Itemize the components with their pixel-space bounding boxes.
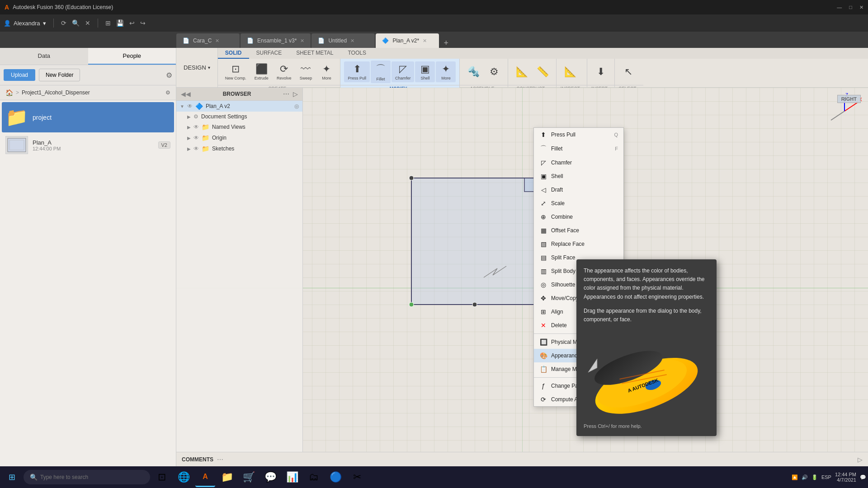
browser-eye-icon-origin[interactable]: 👁 xyxy=(193,135,199,141)
taskbar-app-8[interactable]: 🗂 xyxy=(304,467,324,487)
tool-select-1[interactable]: ↖ xyxy=(618,64,638,80)
tab-sheet-metal[interactable]: SHEET METAL xyxy=(289,48,340,59)
upload-button[interactable]: Upload xyxy=(4,69,35,81)
save-icon[interactable]: 💾 xyxy=(116,19,124,27)
tool-modify-more[interactable]: ✦ More xyxy=(436,61,456,82)
design-dropdown-button[interactable]: DESIGN ▾ xyxy=(176,48,218,87)
tool-construct-1[interactable]: 📐 xyxy=(512,64,532,80)
menu-item-fillet[interactable]: ⌒ Fillet F xyxy=(534,141,623,156)
browser-eye-icon-plan-a[interactable]: 👁 xyxy=(187,103,193,109)
tray-network-icon[interactable]: 🔼 xyxy=(792,474,798,480)
tool-sweep[interactable]: 〰 Sweep xyxy=(296,61,316,82)
menu-item-shell[interactable]: ▣ Shell xyxy=(534,169,623,183)
redo-icon[interactable]: ↪ xyxy=(140,19,146,27)
browser-eye-icon-sketches[interactable]: 👁 xyxy=(193,145,199,152)
start-button[interactable]: ⊞ xyxy=(2,467,22,487)
browser-item-origin[interactable]: ▶ 👁 📁 Origin xyxy=(176,132,302,143)
tool-inspect-1[interactable]: 📐 xyxy=(560,64,580,80)
tool-insert-1[interactable]: ⬇ xyxy=(591,64,611,80)
grid-icon[interactable]: ⊞ xyxy=(105,19,111,27)
taskbar-task-view[interactable]: ⊡ xyxy=(152,467,172,487)
new-folder-button[interactable]: New Folder xyxy=(39,69,80,81)
refresh-icon[interactable]: ⟳ xyxy=(61,19,66,27)
search-bar[interactable]: 🔍 xyxy=(24,470,150,484)
browser-target-icon[interactable]: ◎ xyxy=(294,103,299,109)
taskbar-app-5[interactable]: 🛒 xyxy=(239,467,259,487)
panel-tab-people[interactable]: People xyxy=(88,48,176,65)
version-badge[interactable]: V2 xyxy=(158,141,170,149)
tool-fillet[interactable]: ⌒ Fillet xyxy=(371,61,391,83)
tab-untitled[interactable]: 📄 Untitled ✕ xyxy=(311,33,375,48)
breadcrumb-settings-icon[interactable]: ⚙ xyxy=(165,89,170,96)
tool-press-pull[interactable]: ⬆ Press Pull xyxy=(344,61,370,82)
undo-icon[interactable]: ↩ xyxy=(129,19,135,27)
tab-cara-c[interactable]: 📄 Cara_C ✕ xyxy=(176,33,240,48)
notifications-icon[interactable]: 💬 xyxy=(860,474,866,480)
browser-item-doc-settings[interactable]: ▶ ⚙ Document Settings xyxy=(176,112,302,122)
tab-solid[interactable]: SOLID xyxy=(218,48,249,59)
taskbar-explorer[interactable]: 📁 xyxy=(217,467,237,487)
viewport[interactable]: ◀◀ BROWSER ⋯ ▷ ▼ 👁 🔷 Plan_A v2 ◎ ▶ xyxy=(176,88,868,488)
browser-item-plan-a[interactable]: ▼ 👁 🔷 Plan_A v2 ◎ xyxy=(176,101,302,112)
taskbar-teams[interactable]: 💬 xyxy=(260,467,280,487)
tab-plan-a[interactable]: 🔷 Plan_A v2* ✕ xyxy=(376,33,439,48)
user-dropdown-icon[interactable]: ▾ xyxy=(43,20,46,27)
project-item[interactable]: 📁 project xyxy=(2,102,174,132)
tab-close-plan-a[interactable]: ✕ xyxy=(423,38,427,44)
comments-expand-icon[interactable]: ⋯ xyxy=(217,456,223,463)
new-tab-button[interactable]: + xyxy=(440,38,452,48)
taskbar-chrome[interactable]: 🌐 xyxy=(174,467,193,487)
clock[interactable]: 12:44 PM 4/7/2021 xyxy=(835,472,856,483)
browser-eye-icon-named-views[interactable]: 👁 xyxy=(193,124,199,130)
tool-extrude[interactable]: ⬛ Extrude xyxy=(251,61,272,82)
tab-surface[interactable]: SURFACE xyxy=(249,48,289,59)
tool-shell[interactable]: ▣ Shell xyxy=(415,61,435,82)
menu-item-draft[interactable]: ◁ Draft xyxy=(534,183,623,197)
user-section[interactable]: 👤 Alexandra ▾ xyxy=(4,20,46,27)
tab-tools[interactable]: TOOLS xyxy=(340,48,373,59)
panel-settings-icon[interactable]: ⚙ xyxy=(166,71,172,80)
window-controls[interactable]: — □ ✕ xyxy=(837,5,863,10)
close-icon[interactable]: ✕ xyxy=(85,19,90,27)
tab-icon-plan-a: 🔷 xyxy=(382,38,389,44)
tool-create-more[interactable]: ✦ More xyxy=(316,61,336,82)
file-item-plan-a[interactable]: Plan_A 12:44:00 PM V2 xyxy=(2,132,174,158)
home-icon[interactable]: 🏠 xyxy=(5,89,13,96)
taskbar-app-9[interactable]: 🔵 xyxy=(326,467,345,487)
menu-item-chamfer[interactable]: ◸ Chamfer xyxy=(534,156,623,169)
panel-tab-data[interactable]: Data xyxy=(0,48,88,65)
project-name-breadcrumb[interactable]: Project1_Alcohol_Dispenser xyxy=(22,89,90,96)
search-icon[interactable]: 🔍 xyxy=(72,19,80,27)
tray-battery-icon[interactable]: 🔋 xyxy=(811,474,818,480)
tool-new-component[interactable]: ⊡ New Comp. xyxy=(222,61,250,82)
browser-collapse-icon[interactable]: ◀◀ xyxy=(181,90,191,98)
browser-options-icon[interactable]: ⋯ xyxy=(283,90,289,98)
maximize-button[interactable]: □ xyxy=(849,5,852,10)
browser-item-named-views[interactable]: ▶ 👁 📁 Named Views xyxy=(176,122,302,132)
browser-gear-icon: ⚙ xyxy=(193,113,198,120)
close-button[interactable]: ✕ xyxy=(859,5,863,10)
menu-item-press-pull[interactable]: ⬆ Press Pull Q xyxy=(534,128,623,141)
menu-item-combine[interactable]: ⊕ Combine xyxy=(534,210,623,224)
tool-assemble-1[interactable]: 🔩 xyxy=(463,64,483,80)
minimize-button[interactable]: — xyxy=(837,5,842,10)
taskbar-fusion360[interactable]: A xyxy=(195,467,215,487)
taskbar-app-7[interactable]: 📊 xyxy=(282,467,302,487)
taskbar-search-input[interactable] xyxy=(40,474,131,480)
menu-item-scale[interactable]: ⤢ Scale xyxy=(534,197,623,210)
menu-item-replace-face[interactable]: ▧ Replace Face xyxy=(534,237,623,251)
comments-right-icon[interactable]: ▷ xyxy=(858,456,863,463)
tool-revolve[interactable]: ⟳ Revolve xyxy=(273,61,295,82)
taskbar-app-10[interactable]: ✂ xyxy=(347,467,367,487)
tool-chamfer[interactable]: ◸ Chamfer xyxy=(392,61,415,82)
tab-ensamble[interactable]: 📄 Ensamble_1 v3* ✕ xyxy=(241,33,311,48)
browser-item-sketches[interactable]: ▶ 👁 📁 Sketches xyxy=(176,143,302,154)
menu-item-offset-face[interactable]: ▦ Offset Face xyxy=(534,224,623,237)
tab-close-ensamble[interactable]: ✕ xyxy=(300,38,304,44)
tool-construct-2[interactable]: 📏 xyxy=(533,64,552,80)
browser-expand-icon[interactable]: ▷ xyxy=(293,90,298,98)
tab-close-untitled[interactable]: ✕ xyxy=(350,38,354,44)
tray-volume-icon[interactable]: 🔊 xyxy=(802,474,808,480)
tool-assemble-2[interactable]: ⚙ xyxy=(484,64,504,80)
tab-close-cara-c[interactable]: ✕ xyxy=(215,38,219,44)
